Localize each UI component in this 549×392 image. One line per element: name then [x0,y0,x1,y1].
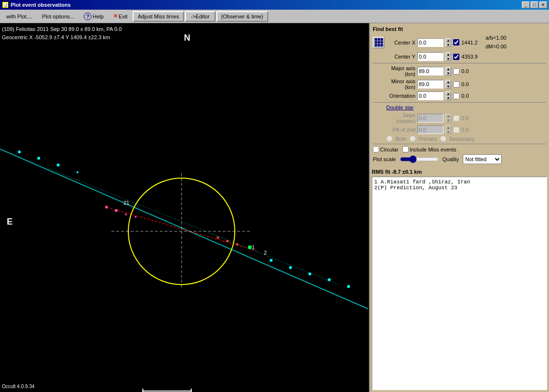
pa2nd-checkbox [453,127,459,133]
help-menu[interactable]: ? Help [79,11,108,22]
quality-label: Quality [442,156,459,162]
results-area: 1 A.Riasati fard ,Shiraz, Iran 2(P) Pred… [372,177,547,390]
exit-menu[interactable]: ✕ Exit [109,11,132,22]
plot-svg: 21 1 2 50 km [0,23,369,392]
sepn-spinner: ▲▼ [445,114,451,122]
major-axis-label: Major axis (km) [386,65,415,77]
center-x-label: Center X [386,40,415,45]
center-x-result: 1441.2 [461,40,481,45]
include-miss-text: Include Miss events [410,147,457,152]
svg-line-1 [48,168,339,285]
pa2nd-input [417,125,443,134]
center-x-checkbox[interactable] [453,39,459,45]
main-content: (109) Felicitas 2011 Sep 30 89.0 x 89.0 … [0,23,549,392]
sepn-row: Sepn (masec) ▲▼ 0.0 [373,112,546,124]
result-line-1: 1 A.Riasati fard ,Shiraz, Iran [374,179,545,185]
sepn-input [417,114,443,122]
major-axis-input[interactable] [417,67,443,75]
sepn-label: Sepn (masec) [386,112,415,124]
window-controls: _ □ ✕ [522,1,547,8]
svg-point-6 [105,206,108,209]
center-y-spinner[interactable]: ▲▼ [445,52,451,61]
maximize-button[interactable]: □ [531,1,538,8]
svg-point-19 [308,272,311,275]
center-y-checkbox[interactable] [453,54,459,60]
orientation-label: Orientation [386,93,415,99]
orientation-checkbox[interactable] [453,93,459,99]
both-label: Both [396,136,407,142]
options-row: Circular Include Miss events [373,146,546,152]
svg-point-20 [328,278,331,281]
help-icon: ? [84,13,92,20]
svg-text:2: 2 [264,250,267,256]
plot-scale-slider[interactable] [400,155,439,163]
result-line-2: 2(P) Prediction, August 23 [374,185,545,191]
svg-point-7 [115,209,118,212]
center-y-row: Center Y ▲▼ 4353.9 [373,52,546,61]
primary-label: Primary [419,136,437,142]
minor-axis-row: Minor axis (km) ▲▼ 0.0 [373,78,546,90]
rms-fit-text: RMS fit -8.7 ±0.1 km [372,169,547,175]
orientation-input[interactable] [417,91,443,100]
major-axis-spinner[interactable]: ▲▼ [445,67,451,75]
svg-point-25 [217,237,219,239]
pa2nd-label: PA of 2nd [386,127,415,133]
ab-ratio: a/b=1.00 dM=0.00 [486,34,506,51]
major-axis-checkbox[interactable] [453,68,459,75]
quality-select[interactable]: Not fitted Good Poor [463,154,502,164]
center-x-row: Center X ▲▼ 1441.2 a/b=1.00 dM=0.00 [373,34,546,51]
svg-point-15 [57,164,60,166]
close-button[interactable]: ✕ [539,1,547,8]
find-best-fit-section: Find best fit Center X ▲▼ 1441.2 a/b=1.0… [372,25,547,167]
pa2nd-result: 0.0 [461,127,481,133]
svg-point-21 [347,285,350,288]
svg-point-24 [227,240,229,242]
secondary-label: Secondary [449,136,475,142]
editor-button[interactable]: ->Editor [185,11,215,22]
minor-axis-result: 0.0 [461,81,481,87]
orientation-row: Orientation ▲▼ 0.0 [373,91,546,100]
svg-point-18 [289,266,292,269]
svg-text:21: 21 [123,200,129,206]
center-x-spinner[interactable]: ▲▼ [445,38,451,47]
center-y-result: 4353.9 [461,54,481,60]
pa2nd-spinner: ▲▼ [445,125,451,134]
right-panel: Find best fit Center X ▲▼ 1441.2 a/b=1.0… [370,23,549,392]
with-plot-menu[interactable]: with Plot.... [2,11,37,22]
window-title: Plot event observations [11,2,71,8]
center-y-input[interactable] [417,52,443,61]
pa2nd-row: PA of 2nd ▲▼ 0.0 [373,125,546,134]
radio-group: Both Primary Secondary [386,136,546,142]
major-axis-result: 0.0 [461,68,481,74]
major-axis-row: Major axis (km) ▲▼ 0.0 [373,65,546,77]
svg-point-8 [125,213,127,215]
observer-time-button[interactable]: {Observer & time} [216,11,268,22]
minimize-button[interactable]: _ [522,1,530,8]
minor-axis-spinner[interactable]: ▲▼ [445,80,451,89]
app-icon: 📊 [2,1,9,8]
svg-text:1: 1 [252,244,255,250]
include-miss-label: Include Miss events [402,146,457,152]
both-radio[interactable] [386,136,393,142]
center-y-label: Center Y [386,54,415,60]
sepn-result: 0.0 [461,115,481,121]
primary-radio[interactable] [410,136,416,142]
svg-point-23 [236,243,239,246]
exit-x-icon: ✕ [113,13,118,19]
sepn-checkbox [453,115,459,121]
adjust-miss-times-button[interactable]: Adjust Miss times [133,11,184,22]
double-star-link[interactable]: Double star [386,105,413,110]
minor-axis-input[interactable] [417,80,443,89]
menu-bar: with Plot.... Plot options... ? Help ✕ E… [0,10,549,23]
secondary-radio[interactable] [440,136,446,142]
orientation-spinner[interactable]: ▲▼ [445,91,451,100]
center-x-input[interactable] [417,38,443,47]
svg-point-22 [248,245,252,249]
version-text: Occult 4.0.9.34 [2,384,34,389]
plot-options-menu[interactable]: Plot options... [38,11,79,22]
minor-axis-checkbox[interactable] [453,81,459,88]
orientation-result: 0.0 [461,93,481,99]
circular-checkbox[interactable] [373,146,379,152]
include-miss-checkbox[interactable] [402,146,409,152]
matrix-icon[interactable] [373,37,384,48]
